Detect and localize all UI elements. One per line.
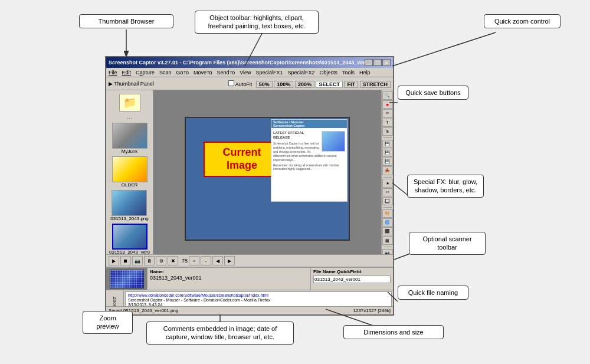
rt-btn-9[interactable]: 📤	[382, 166, 393, 175]
dimensions-text: 1237x1027 [249k]	[353, 308, 391, 313]
maximize-button[interactable]: □	[373, 59, 382, 66]
scan-btn-1[interactable]: ▶	[109, 256, 119, 265]
zoom-100-btn[interactable]: 100%	[274, 81, 293, 88]
special-fx-label: Special FX: blur, glow, shadow, borders,…	[414, 178, 477, 194]
menu-capture[interactable]: Capture	[136, 70, 155, 76]
rt-btn-12[interactable]: 🔲	[382, 197, 393, 205]
menu-scan[interactable]: Scan	[159, 70, 172, 76]
minimize-button[interactable]: _	[365, 59, 373, 66]
rt-sep-2	[383, 177, 392, 178]
rt-btn-7[interactable]: 💾	[382, 149, 393, 157]
file-name-label: File Name QuickField:	[313, 269, 391, 274]
comments-label: Comments embedded in image; date of capt…	[163, 325, 277, 340]
current-image-text-line1: Current	[222, 146, 261, 159]
thumbnail-browser-annotation: Thumbnail Browser	[79, 14, 173, 28]
file-name-col: File Name QuickField:	[310, 268, 393, 290]
optional-scanner-label: Optional scanner toolbar	[422, 235, 471, 251]
comments-annotation: Comments embedded in image; date of capt…	[146, 322, 294, 345]
dimensions-label: Dimensions and size	[363, 329, 424, 336]
file-name-input[interactable]	[313, 276, 391, 283]
scan-btn-2[interactable]: ⏹	[120, 256, 131, 265]
menu-help[interactable]: Help	[359, 70, 371, 76]
zoom-200-btn[interactable]: 200%	[295, 81, 314, 88]
autofit-checkbox[interactable]	[228, 80, 234, 86]
bottom-info: Name: 031513_2043_ver001 File Name Quick…	[106, 267, 393, 314]
myjunk-label: MyJunk	[122, 149, 138, 154]
menu-objects[interactable]: Objects	[320, 70, 338, 76]
quick-save-label: Quick save buttons	[405, 89, 461, 96]
rt-btn-10[interactable]: ★	[382, 179, 393, 187]
window-title-text: Screenshot Captor - Mouser - Software - …	[128, 298, 389, 302]
rt-btn-14[interactable]: 🌀	[382, 218, 393, 227]
special-fx-annotation: Special FX: blur, glow, shadow, borders,…	[407, 175, 484, 198]
scan-btn-10[interactable]: ▶	[224, 256, 235, 265]
rt-btn-11[interactable]: ✂	[382, 188, 393, 196]
current-image-text-line2: Image	[227, 159, 257, 172]
rt-btn-4[interactable]: T	[382, 119, 393, 127]
zoom-50-btn[interactable]: 50%	[256, 81, 273, 88]
031513-preview	[112, 191, 146, 215]
website-img	[322, 131, 345, 152]
rt-sep-4	[383, 247, 392, 247]
website-thumbnail: Software / MouserScreenshot Captor LATES…	[271, 119, 348, 202]
thumb-031513[interactable]: 031513_2043.png	[110, 190, 149, 221]
window-controls: _ □ ×	[365, 59, 391, 66]
bottom-info-top: Name: 031513_2043_ver001 File Name Quick…	[106, 268, 393, 290]
quick-save-annotation: Quick save buttons	[398, 86, 468, 100]
status-bar: Saved 031513_2043_ver001.png 1237x1027 […	[106, 306, 393, 314]
menu-specialfx2[interactable]: SpecialFX2	[288, 70, 315, 76]
menu-moveto[interactable]: MoveTo	[194, 70, 212, 76]
website-logo: Software / MouserScreenshot Captor	[273, 120, 305, 127]
scan-btn-3[interactable]: 📷	[132, 256, 143, 265]
menu-tools[interactable]: Tools	[342, 70, 355, 76]
scanner-toolbar: ▶ ⏹ 📷 🖥 ⚙ ✖ 75 + - ◀ ▶	[106, 254, 393, 267]
rt-btn-6[interactable]: 💾	[382, 140, 393, 148]
svg-line-4	[392, 183, 407, 195]
website-content: LATEST OFFICIAL RELEASE Screenshot Capto…	[271, 129, 347, 173]
older-preview	[113, 157, 147, 182]
scan-btn-8[interactable]: -	[201, 256, 211, 265]
scan-btn-6[interactable]: ✖	[168, 256, 178, 265]
menu-file[interactable]: File	[109, 70, 117, 76]
zoom-stretch-btn[interactable]: STRETCH	[360, 81, 391, 88]
thumbnail-panel-label: ▶ Thumbnail Panel	[109, 81, 154, 87]
rt-btn-8[interactable]: 💾	[382, 158, 393, 166]
scan-btn-9[interactable]: ◀	[212, 256, 223, 265]
close-button[interactable]: ×	[382, 59, 391, 66]
menu-edit[interactable]: Edit	[122, 70, 132, 76]
zoom-select-btn[interactable]: SELECT	[316, 81, 343, 88]
quick-naming-annotation: Quick file naming	[398, 286, 468, 300]
thumb-myjunk[interactable]: MyJunk	[112, 123, 148, 154]
menu-sendto[interactable]: SendTo	[217, 70, 235, 76]
menu-goto[interactable]: GoTo	[176, 70, 189, 76]
thumb-folder[interactable]: 📁	[119, 94, 140, 112]
thumb-older[interactable]: OLDER	[112, 156, 148, 188]
rt-btn-16[interactable]: ▦	[382, 236, 393, 244]
main-image-area: Current Image Software / MouserScreensho…	[153, 90, 381, 267]
rt-btn-3[interactable]: ✏	[382, 109, 393, 117]
rt-btn-2[interactable]: ■	[382, 100, 393, 109]
menu-specialfx1[interactable]: SpecialFX1	[256, 70, 283, 76]
rt-btn-5[interactable]: 🖱	[382, 127, 393, 136]
folder-icon: 📁	[119, 94, 140, 112]
thumbnail-panel: 📁 ... MyJunk OLDER	[106, 90, 153, 267]
zoom-fit-btn[interactable]: FIT	[344, 81, 358, 88]
rt-sep-1	[383, 137, 392, 138]
rt-btn-15[interactable]: ⬛	[382, 227, 393, 235]
toolbar-zoom-row: AutoFit 50% 100% 200% SELECT FIT STRETCH	[228, 80, 391, 87]
scan-btn-4[interactable]: 🖥	[144, 256, 155, 265]
zoom-pct: 75	[182, 258, 188, 264]
031513-image	[112, 190, 147, 216]
thumb-dots: ...	[127, 114, 132, 120]
menu-view[interactable]: View	[240, 70, 251, 76]
scan-btn-5[interactable]: ⚙	[156, 256, 166, 265]
optional-scanner-annotation: Optional scanner toolbar	[409, 232, 486, 255]
thumbnail-browser-label: Thumbnail Browser	[99, 18, 155, 25]
scan-btn-7[interactable]: +	[189, 256, 199, 265]
autofit-label: AutoFit	[235, 81, 253, 87]
zoom-preview-annotation: Zoom preview	[83, 311, 133, 334]
rt-btn-1[interactable]: 🔍	[382, 91, 393, 100]
content-area: 📁 ... MyJunk OLDER	[106, 90, 393, 267]
rt-btn-13[interactable]: 🎨	[382, 209, 393, 218]
rt-sep-3	[383, 207, 392, 208]
